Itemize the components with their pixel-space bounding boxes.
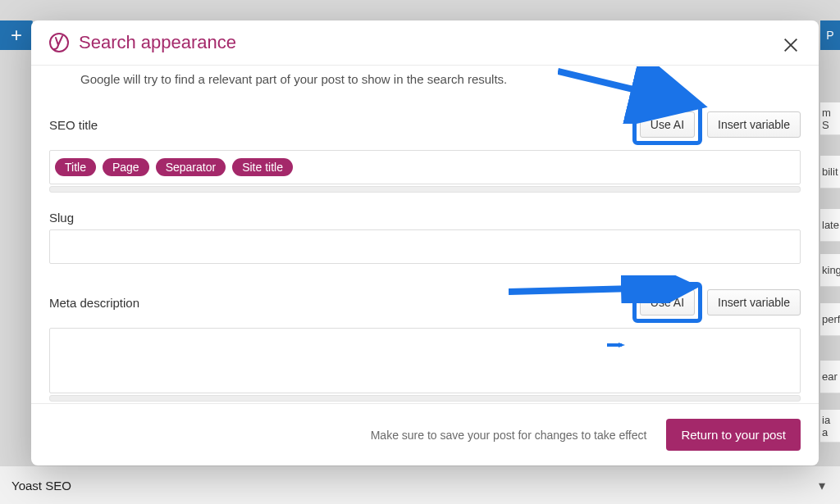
- seo-title-label: SEO title: [49, 118, 98, 132]
- chevron-down-icon: ▾: [819, 478, 825, 493]
- variable-pill-site-title[interactable]: Site title: [232, 158, 293, 176]
- side-panel-fragment: late: [820, 209, 840, 242]
- variable-pill-separator[interactable]: Separator: [156, 158, 226, 176]
- slug-label: Slug: [49, 211, 74, 225]
- use-ai-button[interactable]: Use AI: [640, 289, 695, 316]
- slug-input[interactable]: [49, 229, 801, 264]
- meta-description-input[interactable]: [49, 328, 801, 393]
- slug-field: Slug: [49, 211, 801, 264]
- meta-description-length-bar: [49, 395, 801, 402]
- editor-add-block-button[interactable]: +: [0, 20, 33, 50]
- insert-variable-button[interactable]: Insert variable: [707, 111, 801, 138]
- variable-pill-page[interactable]: Page: [103, 158, 149, 176]
- side-panel-fragment: king: [820, 254, 840, 287]
- yoast-logo-icon: [49, 33, 69, 52]
- editor-publish-fragment[interactable]: P: [820, 20, 840, 50]
- annotation-mark-icon: [607, 343, 625, 347]
- close-icon: [782, 36, 800, 54]
- search-appearance-modal: Search appearance Google will try to fin…: [31, 20, 819, 465]
- modal-body: Google will try to find a relevant part …: [31, 66, 819, 403]
- side-panel-fragment: ia a: [820, 410, 840, 443]
- side-panel-fragment: perf: [820, 303, 840, 336]
- modal-title: Search appearance: [79, 32, 236, 53]
- side-panel-fragment: bilit: [820, 156, 840, 188]
- variable-pill-title[interactable]: Title: [55, 158, 96, 176]
- seo-title-length-bar: [49, 186, 801, 193]
- yoast-seo-metabox-label: Yoast SEO: [11, 479, 71, 493]
- seo-title-field: SEO title Use AI Insert variable Title P…: [49, 104, 801, 193]
- insert-variable-button[interactable]: Insert variable: [707, 289, 801, 316]
- annotation-highlight: Use AI: [632, 104, 702, 145]
- meta-description-field: Meta description Use AI Insert variable: [49, 282, 801, 402]
- return-to-post-button[interactable]: Return to your post: [666, 419, 801, 451]
- modal-footer: Make sure to save your post for changes …: [31, 403, 819, 465]
- intro-hint: Google will try to find a relevant part …: [80, 72, 801, 86]
- use-ai-button[interactable]: Use AI: [640, 111, 695, 138]
- yoast-seo-metabox-toggle[interactable]: Yoast SEO ▾: [0, 465, 840, 504]
- meta-description-label: Meta description: [49, 296, 139, 310]
- modal-header: Search appearance: [31, 20, 819, 66]
- side-panel-fragment: ear: [820, 361, 840, 393]
- close-button[interactable]: [778, 32, 804, 58]
- seo-title-input[interactable]: Title Page Separator Site title: [49, 150, 801, 184]
- side-panel-fragment: m S: [820, 102, 840, 135]
- footer-hint: Make sure to save your post for changes …: [371, 429, 647, 442]
- annotation-highlight: Use AI: [632, 282, 702, 323]
